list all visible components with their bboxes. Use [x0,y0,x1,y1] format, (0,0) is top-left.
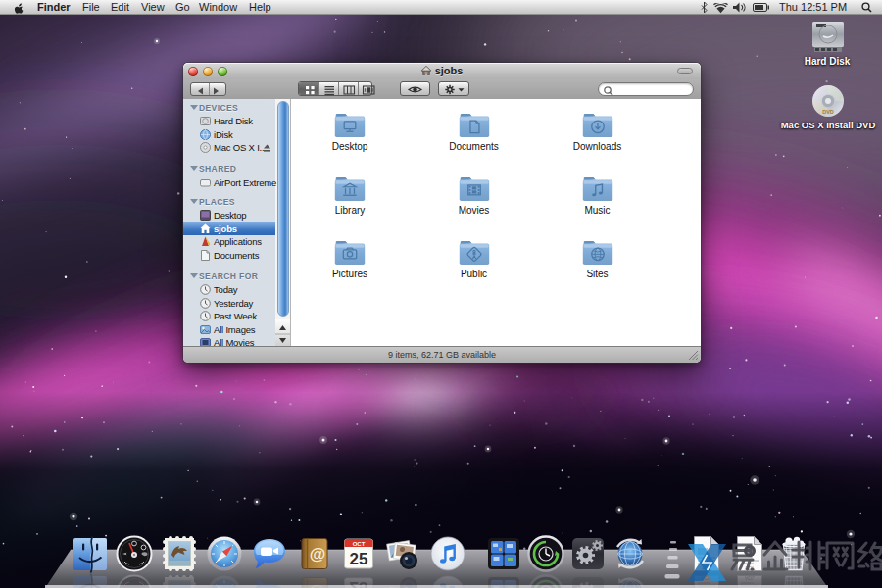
svg-text:25: 25 [350,550,368,568]
svg-text:25: 25 [350,578,368,588]
svg-text:@: @ [310,545,326,564]
svg-text:@: @ [310,583,326,588]
svg-text:DVD: DVD [822,109,834,115]
svg-text:OCT: OCT [353,541,366,547]
